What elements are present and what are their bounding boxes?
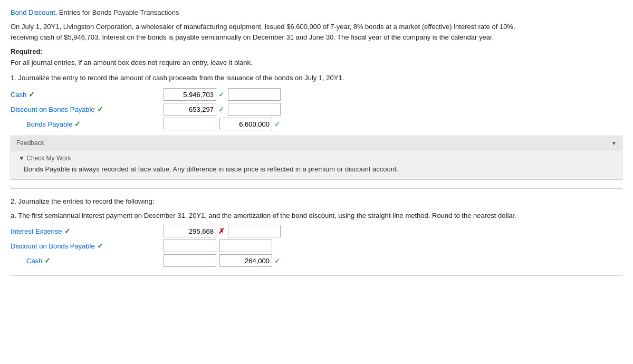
bonds-payable-credit-check: ✓ (274, 120, 281, 128)
page-title: Bond Discount, Entries for Bonds Payable… (11, 8, 622, 16)
bonds-payable-debit-input[interactable] (164, 118, 216, 130)
interest-expense-debit-col: ✗ (164, 225, 225, 237)
discount2-account-check: ✓ (97, 242, 103, 250)
discount-account-check: ✓ (97, 105, 103, 113)
journal-row-cash: Cash ✓ ✓ (11, 88, 622, 101)
discount-label: Discount on Bonds Payable (11, 106, 95, 113)
check-my-work-toggle[interactable]: ▼ Check My Work (18, 155, 615, 162)
interest-expense-credit-col (228, 225, 281, 237)
journal-row-discount2: Discount on Bonds Payable ✓ (11, 240, 622, 252)
sub-a-header: a. The first semiannual interest payment… (11, 212, 622, 219)
cash2-label: Cash (26, 257, 42, 265)
section1-journal: Cash ✓ ✓ Discount on Bonds Payable ✓ ✓ B… (11, 88, 622, 130)
discount-debit-col: ✓ (164, 103, 225, 116)
account-discount: Discount on Bonds Payable ✓ (11, 105, 158, 113)
cash2-account-check: ✓ (44, 256, 51, 265)
cash-debit-col: ✓ (164, 88, 225, 101)
journal-row-interest-expense: Interest Expense ✓ ✗ (11, 225, 622, 237)
section-divider (11, 188, 622, 189)
journal-row-discount: Discount on Bonds Payable ✓ ✓ (11, 103, 622, 116)
bonds-payable-debit-col (164, 118, 216, 130)
feedback-label: Feedback (16, 139, 44, 147)
bonds-payable-credit-col: ✓ (219, 118, 281, 130)
account-bonds-payable: Bonds Payable ✓ (11, 120, 158, 128)
cash2-credit-col: ✓ (219, 254, 281, 267)
journal-row-bonds-payable: Bonds Payable ✓ ✓ (11, 118, 622, 130)
discount2-debit-col (164, 240, 216, 252)
cash-label: Cash (11, 91, 26, 99)
check-my-work-section: ▼ Check My Work Bonds Payable is always … (11, 150, 622, 180)
cash-credit-col (228, 88, 281, 101)
bottom-divider (11, 275, 622, 276)
bonds-payable-account-check: ✓ (74, 120, 81, 128)
cash-credit-input[interactable] (228, 88, 281, 101)
discount-debit-check: ✓ (218, 105, 225, 113)
section1-header: 1. Journalize the entry to record the am… (11, 74, 622, 82)
bonds-payable-label: Bonds Payable (26, 120, 72, 128)
required-label: Required: (11, 47, 622, 55)
bonds-payable-credit-input[interactable] (219, 118, 272, 130)
cash-debit-check: ✓ (218, 90, 225, 99)
journal-row-cash2: Cash ✓ ✓ (11, 254, 622, 267)
title-link[interactable]: Bond Discount (11, 8, 55, 16)
account-interest-expense: Interest Expense ✓ (11, 227, 158, 235)
cash2-credit-input[interactable] (219, 254, 272, 267)
cash2-debit-col (164, 254, 216, 267)
section2-header: 2. Journalize the entries to record the … (11, 197, 622, 205)
cash-debit-input[interactable] (164, 88, 216, 101)
account-cash: Cash ✓ (11, 90, 158, 99)
interest-expense-credit-input[interactable] (228, 225, 281, 237)
account-discount2: Discount on Bonds Payable ✓ (11, 242, 158, 250)
cash2-credit-check: ✓ (274, 256, 281, 265)
instruction-text: For all journal entries, if an amount bo… (11, 59, 622, 66)
interest-expense-account-check: ✓ (64, 227, 71, 235)
discount-debit-input[interactable] (164, 103, 216, 116)
discount-credit-col (228, 103, 281, 116)
section2-sub-a: a. The first semiannual interest payment… (11, 212, 622, 267)
discount2-credit-input[interactable] (219, 240, 272, 252)
discount2-debit-input[interactable] (164, 240, 216, 252)
intro-paragraph: On July 1, 20Y1, Livingston Corporation,… (11, 22, 622, 42)
discount-credit-input[interactable] (228, 103, 281, 116)
interest-expense-debit-input[interactable] (164, 225, 216, 237)
discount2-label: Discount on Bonds Payable (11, 242, 95, 250)
check-my-work-text: Bonds Payable is always recorded at face… (18, 165, 615, 173)
feedback-arrow-icon: ▼ (611, 140, 617, 146)
cash-account-check: ✓ (28, 90, 35, 99)
feedback-bar[interactable]: Feedback ▼ (11, 136, 622, 150)
interest-expense-label: Interest Expense (11, 227, 62, 235)
interest-expense-debit-x: ✗ (218, 227, 225, 235)
account-cash2: Cash ✓ (11, 256, 158, 265)
cash2-debit-input[interactable] (164, 254, 216, 267)
discount2-credit-col (219, 240, 272, 252)
check-my-work-header: ▼ Check My Work (18, 155, 71, 162)
